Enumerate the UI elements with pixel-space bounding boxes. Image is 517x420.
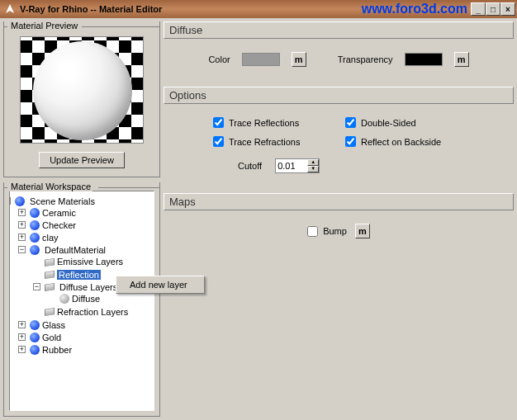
trace-refractions-check[interactable]: Trace Refractions [213,136,345,147]
cutoff-down[interactable]: ▼ [307,166,319,172]
material-icon [30,345,40,355]
group-label: Material Workspace [9,182,92,191]
tree-item[interactable]: Gold [42,333,61,342]
transparency-swatch[interactable] [405,53,443,66]
material-icon [30,208,40,218]
color-label: Color [208,54,230,64]
layer-icon [45,283,55,291]
material-icon [30,333,40,342]
tree-toggle[interactable]: + [18,209,26,216]
cutoff-label: Cutoff [238,161,262,171]
preview-image [20,36,144,144]
reflect-backside-check[interactable]: Reflect on Backside [345,136,477,147]
maximize-button[interactable]: □ [486,2,500,16]
layer-icon [45,258,55,267]
group-label: Material Preview [9,21,79,31]
material-icon [30,245,40,255]
close-button[interactable]: × [500,2,515,16]
bump-map-button[interactable]: m [355,224,370,238]
options-panel: Trace Reflections Double-Sided Trace Ref… [164,109,514,188]
update-preview-button[interactable]: Update Preview [39,152,125,168]
material-workspace-group: Material Workspace − Scene Materials +Ce… [3,182,160,417]
tree-toggle[interactable]: + [18,321,26,328]
tree-toggle[interactable]: − [33,283,40,290]
tree-toggle[interactable]: − [9,197,11,205]
maps-header[interactable]: Maps [164,193,514,210]
watermark: www.foro3d.com [362,2,467,17]
title-bar: V-Ray for Rhino -- Material Editor www.f… [0,0,517,18]
tree-toggle[interactable]: + [18,346,26,353]
tree-item[interactable]: Rubber [42,345,72,355]
material-icon [30,320,40,330]
material-icon [15,196,25,206]
color-swatch[interactable] [242,53,280,66]
tree-toggle[interactable]: + [18,333,26,341]
tree-layer-refraction[interactable]: Refraction Layers [57,307,128,317]
material-preview-group: Material Preview Update Preview [3,21,160,177]
tree-root[interactable]: Scene Materials [30,196,95,206]
minimize-button[interactable]: _ [471,2,486,16]
preview-sphere [33,41,132,140]
window-title: V-Ray for Rhino -- Material Editor [20,4,162,14]
tree-item[interactable]: Checker [42,220,76,230]
tree-toggle[interactable]: + [18,234,26,241]
trace-reflections-check[interactable]: Trace Reflections [213,117,345,128]
tree-item[interactable]: Ceramic [42,208,76,218]
cutoff-input[interactable] [276,159,307,172]
tree-layer-emissive[interactable]: Emissive Layers [57,257,123,267]
material-icon [30,220,40,230]
maps-panel: Bump m [164,215,514,417]
transparency-map-button[interactable]: m [454,52,469,67]
tree-item[interactable]: clay [42,233,59,243]
layer-icon [45,271,55,279]
color-map-button[interactable]: m [292,52,306,67]
cutoff-up[interactable]: ▲ [307,159,319,166]
diffuse-panel: Color m Transparency m [164,44,514,82]
tree-toggle[interactable]: + [18,221,26,229]
app-icon [3,2,17,16]
material-icon [30,233,40,243]
transparency-label: Transparency [338,54,393,64]
tree-layer-diffuse[interactable]: Diffuse [72,294,100,304]
double-sided-check[interactable]: Double-Sided [345,117,477,128]
tree-layer-reflection[interactable]: Reflection [57,270,101,280]
tree-item-default[interactable]: DefaultMaterial [45,245,106,255]
options-header[interactable]: Options [164,87,514,104]
bump-check[interactable]: Bump [307,226,347,237]
diffuse-header[interactable]: Diffuse [164,21,514,39]
tree-layer-diffuse-layers[interactable]: Diffuse Layers [59,282,117,292]
add-new-layer-item[interactable]: Add new layer [116,278,204,291]
context-menu: Add new layer [116,276,205,294]
layer-icon [45,308,55,316]
materials-tree[interactable]: − Scene Materials +Ceramic +Checker +cla… [9,191,154,411]
cutoff-spinner[interactable]: ▲ ▼ [275,158,320,173]
diffuse-icon [59,294,69,304]
tree-item[interactable]: Glass [42,320,65,330]
tree-toggle[interactable]: − [18,246,26,253]
